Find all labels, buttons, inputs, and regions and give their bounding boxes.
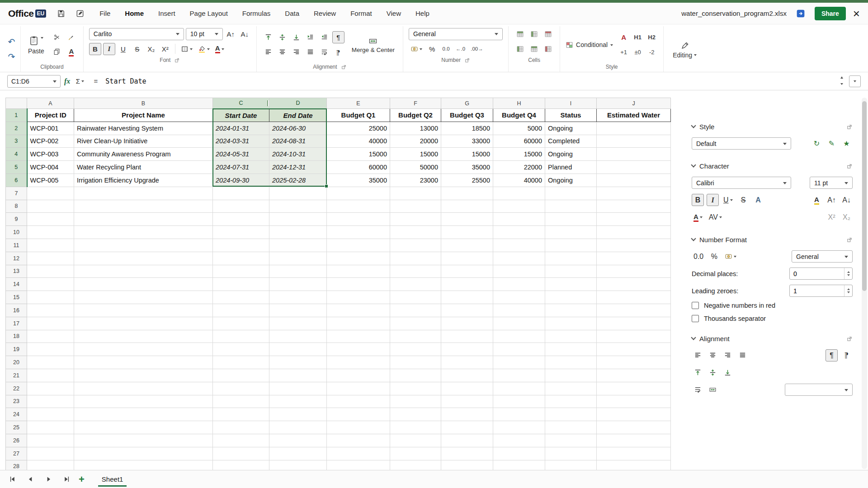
menu-home[interactable]: Home xyxy=(125,9,144,17)
row-header-15[interactable]: 15 xyxy=(6,291,27,304)
cell-F10[interactable] xyxy=(390,226,441,239)
cell-J13[interactable] xyxy=(597,265,671,278)
cell-J25[interactable] xyxy=(597,421,671,434)
cell-A1[interactable]: Project ID xyxy=(27,109,74,122)
cell-I7[interactable] xyxy=(545,187,597,200)
cell-E10[interactable] xyxy=(327,226,390,239)
row-header-10[interactable]: 10 xyxy=(6,226,27,239)
cell-F23[interactable] xyxy=(390,395,441,408)
good-style-button[interactable]: +1 xyxy=(618,46,630,58)
cell-D17[interactable] xyxy=(269,317,327,330)
cell-E15[interactable] xyxy=(327,291,390,304)
collapse-chevron-icon[interactable] xyxy=(691,236,696,241)
row-header-11[interactable]: 11 xyxy=(6,239,27,252)
cell-A3[interactable]: WCP-002 xyxy=(27,135,74,148)
row-header-20[interactable]: 20 xyxy=(6,356,27,369)
align-center-button[interactable] xyxy=(276,46,288,58)
cell-E21[interactable] xyxy=(327,369,390,382)
row-header-24[interactable]: 24 xyxy=(6,408,27,421)
currency-format-button[interactable] xyxy=(409,43,424,55)
decimal-places-input[interactable] xyxy=(789,267,853,280)
cell-H3[interactable]: 60000 xyxy=(493,135,545,148)
row-header-5[interactable]: 5 xyxy=(6,161,27,174)
cell-H14[interactable] xyxy=(493,278,545,291)
formula-input[interactable] xyxy=(105,72,835,90)
cell-I17[interactable] xyxy=(545,317,597,330)
sidebar-bold-button[interactable]: B xyxy=(692,194,704,206)
next-sheet-button[interactable] xyxy=(42,474,54,485)
cell-F28[interactable] xyxy=(390,460,441,470)
cell-H20[interactable] xyxy=(493,356,545,369)
cell-F9[interactable] xyxy=(390,213,441,226)
share-button[interactable]: Share xyxy=(815,7,846,20)
cell-C26[interactable] xyxy=(213,434,269,447)
cell-D20[interactable] xyxy=(269,356,327,369)
character-dialog-launcher-icon[interactable] xyxy=(846,163,853,169)
row-header-7[interactable]: 7 xyxy=(6,187,27,200)
sidebar-currency-format-button[interactable] xyxy=(723,250,738,263)
sidebar-strikethrough-button[interactable]: S xyxy=(737,194,750,206)
neutral-style-button[interactable]: ±0 xyxy=(632,46,644,58)
cell-H24[interactable] xyxy=(493,408,545,421)
cell-style-select[interactable]: Default xyxy=(692,137,791,150)
cell-G9[interactable] xyxy=(441,213,493,226)
cell-B20[interactable] xyxy=(74,356,213,369)
cell-D4[interactable]: 2024-10-31 xyxy=(269,148,327,161)
cell-C22[interactable] xyxy=(213,382,269,395)
cell-D2[interactable]: 2024-06-30 xyxy=(269,122,327,135)
cell-G20[interactable] xyxy=(441,356,493,369)
thousands-separator-checkbox[interactable] xyxy=(692,315,699,322)
negative-red-checkbox[interactable] xyxy=(692,302,699,309)
cell-B8[interactable] xyxy=(74,200,213,213)
cell-F3[interactable]: 20000 xyxy=(390,135,441,148)
row-header-3[interactable]: 3 xyxy=(6,135,27,148)
row-header-2[interactable]: 2 xyxy=(6,122,27,135)
percent-format-button[interactable]: % xyxy=(426,43,438,55)
cell-D28[interactable] xyxy=(269,460,327,470)
cell-G1[interactable]: Budget Q3 xyxy=(441,109,493,122)
sidebar-decimal-format-button[interactable]: 0.0 xyxy=(692,250,705,263)
cell-D9[interactable] xyxy=(269,213,327,226)
cell-G11[interactable] xyxy=(441,239,493,252)
sidebar-justify-button[interactable] xyxy=(736,349,749,361)
cell-G14[interactable] xyxy=(441,278,493,291)
row-header-14[interactable]: 14 xyxy=(6,278,27,291)
sidebar-font-size-select[interactable]: 11 pt xyxy=(810,177,853,189)
row-header-16[interactable]: 16 xyxy=(6,304,27,317)
cell-B5[interactable]: Water Recycling Plant xyxy=(74,161,213,174)
decimal-places-value[interactable] xyxy=(790,270,844,277)
cell-F16[interactable] xyxy=(390,304,441,317)
cell-H17[interactable] xyxy=(493,317,545,330)
first-sheet-button[interactable] xyxy=(6,474,18,485)
shrink-font-button[interactable]: A↓ xyxy=(239,28,251,40)
function-wizard-button[interactable]: fx xyxy=(64,77,70,85)
cell-J1[interactable]: Estimated Water xyxy=(597,109,671,122)
cell-E22[interactable] xyxy=(327,382,390,395)
cell-C23[interactable] xyxy=(213,395,269,408)
app-switcher-button[interactable] xyxy=(794,7,807,20)
cell-E16[interactable] xyxy=(327,304,390,317)
row-header-13[interactable]: 13 xyxy=(6,265,27,278)
cell-D22[interactable] xyxy=(269,382,327,395)
align-bottom-button[interactable] xyxy=(290,31,302,43)
cell-F4[interactable]: 15000 xyxy=(390,148,441,161)
cell-J23[interactable] xyxy=(597,395,671,408)
cell-E27[interactable] xyxy=(327,447,390,460)
italic-button[interactable]: I xyxy=(103,43,115,55)
cell-H11[interactable] xyxy=(493,239,545,252)
number-format-select[interactable]: General xyxy=(409,28,503,40)
add-decimal-button[interactable]: ←.0 xyxy=(454,43,467,55)
cell-G8[interactable] xyxy=(441,200,493,213)
cell-F22[interactable] xyxy=(390,382,441,395)
wrap-text-button[interactable] xyxy=(318,46,330,58)
cell-J17[interactable] xyxy=(597,317,671,330)
menu-help[interactable]: Help xyxy=(415,9,429,17)
cell-G27[interactable] xyxy=(441,447,493,460)
cell-E3[interactable]: 40000 xyxy=(327,135,390,148)
cell-A26[interactable] xyxy=(27,434,74,447)
cell-G2[interactable]: 18500 xyxy=(441,122,493,135)
menu-format[interactable]: Format xyxy=(350,9,372,17)
alignment-dialog-launcher-icon[interactable] xyxy=(341,64,347,70)
sidebar-superscript-button[interactable]: X² xyxy=(826,211,838,223)
superscript-button[interactable]: X² xyxy=(159,43,171,55)
